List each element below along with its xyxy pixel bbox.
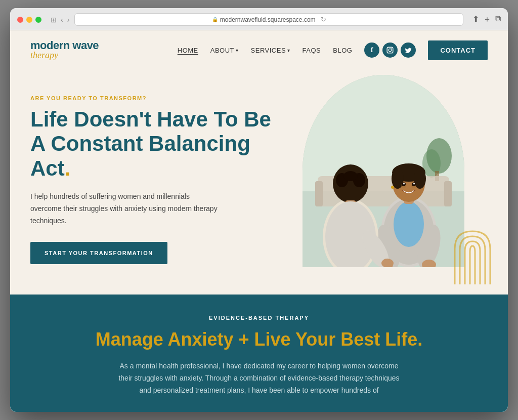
browser-window: ⊞ ‹ › 🔒 modernwavefluid.squarespace.com … — [10, 8, 508, 412]
svg-point-25 — [391, 186, 394, 189]
site-logo: modern wave therapy — [30, 39, 99, 61]
browser-actions: ⬆ ＋ ⧉ — [472, 14, 501, 25]
browser-controls: ⊞ ‹ › — [51, 16, 69, 24]
address-bar[interactable]: 🔒 modernwavefluid.squarespace.com ↻ — [74, 13, 463, 26]
social-icons: f — [364, 43, 416, 58]
main-nav: HOME ABOUT ▾ SERVICES ▾ FAQS BLOG f — [178, 40, 488, 60]
contact-button[interactable]: CONTACT — [428, 40, 488, 60]
hero-title: Life Doesn't Have To Be A Constant Balan… — [30, 107, 282, 181]
svg-point-24 — [413, 183, 415, 185]
minimize-button[interactable] — [26, 17, 32, 23]
back-icon[interactable]: ‹ — [61, 16, 63, 24]
svg-point-34 — [343, 171, 358, 181]
bottom-title: Manage Anxiety + Live Your Best Life. — [30, 329, 488, 350]
sidebar-toggle-icon[interactable]: ⊞ — [51, 16, 57, 24]
hero-description: I help hundreds of suffering women and m… — [30, 191, 223, 227]
hero-photo — [303, 75, 464, 267]
bottom-description: As a mental health professional, I have … — [117, 360, 401, 396]
hero-tag: ARE YOU READY TO TRANSFORM? — [30, 95, 282, 101]
close-button[interactable] — [17, 17, 23, 23]
deco-arch — [447, 224, 498, 284]
lock-icon: 🔒 — [212, 17, 218, 22]
traffic-lights — [17, 17, 41, 23]
nav-home[interactable]: HOME — [178, 47, 198, 54]
hero-image-area — [259, 70, 508, 295]
site-header: modern wave therapy HOME ABOUT ▾ SERVICE… — [10, 30, 508, 70]
share-icon[interactable]: ⬆ — [472, 14, 479, 25]
hero-content: ARE YOU READY TO TRANSFORM? Life Doesn't… — [30, 90, 282, 295]
facebook-icon[interactable]: f — [364, 43, 379, 58]
svg-rect-10 — [444, 181, 452, 206]
svg-point-2 — [392, 48, 392, 49]
nav-about[interactable]: ABOUT ▾ — [210, 47, 239, 54]
svg-rect-9 — [315, 181, 323, 206]
website-content: modern wave therapy HOME ABOUT ▾ SERVICE… — [10, 30, 508, 412]
nav-blog[interactable]: BLOG — [333, 47, 352, 54]
cta-button[interactable]: START YOUR TRANSFORMATION — [30, 242, 167, 264]
svg-rect-0 — [387, 47, 394, 53]
tabs-icon[interactable]: ⧉ — [495, 14, 501, 25]
svg-point-23 — [403, 183, 405, 185]
new-tab-icon[interactable]: ＋ — [483, 14, 491, 25]
twitter-icon[interactable] — [401, 43, 416, 58]
instagram-icon[interactable] — [382, 43, 398, 58]
about-chevron-icon: ▾ — [236, 48, 239, 53]
bottom-section: EVIDENCE-BASED THERAPY Manage Anxiety + … — [10, 295, 508, 411]
svg-point-1 — [389, 49, 392, 52]
forward-icon[interactable]: › — [67, 16, 70, 24]
nav-services[interactable]: SERVICES ▾ — [251, 47, 290, 54]
refresh-icon[interactable]: ↻ — [321, 16, 326, 23]
svg-rect-4 — [303, 75, 464, 191]
maximize-button[interactable] — [35, 17, 41, 23]
hero-section: ARE YOU READY TO TRANSFORM? Life Doesn't… — [10, 70, 508, 295]
svg-point-13 — [394, 201, 424, 247]
logo-sub-text: therapy — [30, 51, 99, 61]
bottom-tag: EVIDENCE-BASED THERAPY — [30, 315, 488, 321]
services-chevron-icon: ▾ — [287, 48, 290, 53]
nav-faqs[interactable]: FAQS — [303, 47, 321, 54]
url-text: modernwavefluid.squarespace.com — [220, 16, 316, 23]
browser-chrome: ⊞ ‹ › 🔒 modernwavefluid.squarespace.com … — [10, 8, 508, 30]
